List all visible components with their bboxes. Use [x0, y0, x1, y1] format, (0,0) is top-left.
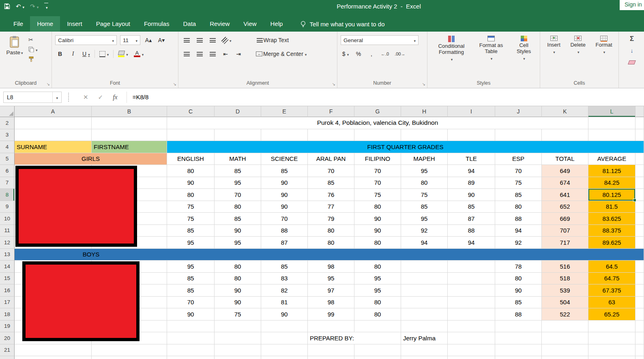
cell-D15[interactable]: 80	[215, 273, 261, 285]
bold-button[interactable]: B	[55, 49, 65, 59]
redo-button[interactable]: ↷	[30, 3, 39, 9]
customize-quick-access-button[interactable]	[44, 3, 48, 10]
italic-button[interactable]: I	[68, 49, 78, 59]
increase-decimal-button[interactable]: ←.0	[380, 49, 390, 59]
orientation-button[interactable]	[221, 35, 233, 45]
cell-H17[interactable]	[401, 297, 448, 309]
cell-I6[interactable]: 94	[448, 165, 495, 177]
cell-K18[interactable]: 522	[542, 308, 588, 321]
font-family-select[interactable]: Calibri	[55, 35, 117, 45]
cell-D8[interactable]: 70	[215, 189, 261, 201]
fill-button[interactable]: ↓	[622, 46, 642, 56]
cell-C21[interactable]	[167, 344, 215, 357]
cell-L14[interactable]: 64.5	[588, 261, 635, 273]
top-align-button[interactable]	[182, 35, 191, 45]
cell-G15[interactable]: 95	[354, 273, 401, 285]
row-header-8[interactable]: 8	[0, 189, 15, 201]
cell-J6[interactable]: 70	[495, 165, 542, 177]
cell-L17[interactable]: 63	[588, 297, 635, 309]
tab-home[interactable]: Home	[30, 16, 60, 32]
banner-first-quarter-grades[interactable]: FIRST QUARTER GRADES	[167, 141, 644, 153]
cell-K14[interactable]: 516	[542, 261, 588, 273]
row-header-14[interactable]: 14	[0, 261, 15, 273]
cell-D11[interactable]: 90	[215, 225, 261, 237]
cell-G10[interactable]: 90	[354, 213, 401, 225]
cell-A3[interactable]	[15, 129, 92, 141]
cell-J12[interactable]: 92	[495, 237, 542, 249]
cell-C18[interactable]: 90	[167, 308, 215, 321]
cell-K16[interactable]: 539	[542, 284, 588, 297]
row-header-19[interactable]: 19	[0, 321, 15, 333]
cell-G17[interactable]: 80	[354, 297, 401, 309]
cell-F15[interactable]: 95	[308, 273, 354, 285]
cell-I17[interactable]	[448, 297, 495, 309]
cell-H18[interactable]	[401, 308, 448, 321]
cell-J11[interactable]: 94	[495, 225, 542, 237]
cell-H16[interactable]	[401, 284, 448, 297]
cell-H3[interactable]	[401, 129, 448, 141]
borders-button[interactable]	[98, 49, 110, 59]
cell-D3[interactable]	[215, 129, 261, 141]
row-header-22[interactable]: 22	[0, 356, 15, 359]
cell-L18[interactable]: 65.25	[588, 308, 635, 321]
row-header-17[interactable]: 17	[0, 297, 15, 309]
cell-G22[interactable]	[354, 356, 401, 359]
cell-L10[interactable]: 83.625	[588, 213, 635, 225]
cell-K22[interactable]	[542, 356, 588, 359]
cell-J19[interactable]	[495, 321, 542, 333]
decrease-decimal-button[interactable]: .00→	[393, 49, 406, 59]
cell-E7[interactable]: 90	[261, 177, 308, 189]
cell-D20[interactable]	[215, 332, 261, 344]
cell-J15[interactable]: 80	[495, 273, 542, 285]
row-header-11[interactable]: 11	[0, 225, 15, 237]
tab-help[interactable]: Help	[264, 16, 290, 32]
tab-insert[interactable]: Insert	[60, 16, 89, 32]
cell-G3[interactable]	[354, 129, 401, 141]
tab-data[interactable]: Data	[176, 16, 203, 32]
cell-F6[interactable]: 70	[308, 165, 354, 177]
cell-F18[interactable]: 99	[308, 308, 354, 321]
row-header-12[interactable]: 12	[0, 237, 15, 249]
cell-J18[interactable]: 88	[495, 308, 542, 321]
cell-G6[interactable]: 70	[354, 165, 401, 177]
cell-H8[interactable]: 75	[401, 189, 448, 201]
column-header-D[interactable]: D	[215, 106, 261, 117]
cell-M22[interactable]	[635, 356, 644, 359]
increase-indent-button[interactable]: ⇥	[234, 49, 243, 59]
cell-H11[interactable]: 92	[401, 225, 448, 237]
cell-M12[interactable]	[635, 237, 644, 249]
font-color-button[interactable]	[133, 49, 145, 59]
cell-M18[interactable]	[635, 308, 644, 321]
row-header-15[interactable]: 15	[0, 273, 15, 285]
column-label-filipino[interactable]: FILIPINO	[354, 153, 401, 165]
enter-button[interactable]: ✓	[98, 94, 103, 101]
cell-B21[interactable]	[92, 344, 167, 357]
cell-C22[interactable]	[167, 356, 215, 359]
cell-I15[interactable]	[448, 273, 495, 285]
cell-A22[interactable]	[15, 356, 92, 359]
column-label-esp[interactable]: ESP	[495, 153, 542, 165]
cell-M6[interactable]	[635, 165, 644, 177]
cell-H10[interactable]: 95	[401, 213, 448, 225]
cell-J14[interactable]: 78	[495, 261, 542, 273]
cell-M2[interactable]	[635, 117, 644, 129]
cell-I21[interactable]	[448, 344, 495, 357]
column-header-I[interactable]: I	[448, 106, 495, 117]
cell-F16[interactable]: 97	[308, 284, 354, 297]
cell-C12[interactable]: 95	[167, 237, 215, 249]
cell-E9[interactable]: 90	[261, 201, 308, 213]
cell-F8[interactable]: 76	[308, 189, 354, 201]
clear-button[interactable]	[622, 58, 642, 67]
column-label-english[interactable]: ENGLISH	[167, 153, 215, 165]
cell-F17[interactable]: 98	[308, 297, 354, 309]
cell-A2[interactable]	[15, 117, 92, 129]
format-as-table-button[interactable]: Format as Table	[474, 35, 508, 79]
cell-L21[interactable]	[588, 344, 635, 357]
cell-E3[interactable]	[261, 129, 308, 141]
cell-I10[interactable]: 87	[448, 213, 495, 225]
cell-L12[interactable]: 89.625	[588, 237, 635, 249]
cell-D17[interactable]: 90	[215, 297, 261, 309]
row-header-2[interactable]: 2	[0, 117, 15, 129]
cell-M9[interactable]	[635, 201, 644, 213]
cell-I18[interactable]	[448, 308, 495, 321]
